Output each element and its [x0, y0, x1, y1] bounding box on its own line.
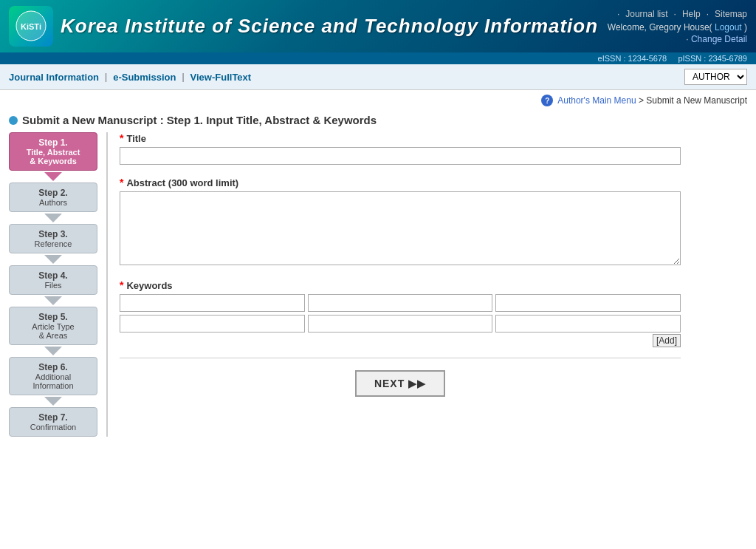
main-menu-link[interactable]: Author's Main Menu: [557, 95, 636, 106]
step-4-arrow: [44, 296, 62, 305]
keywords-label-text: Keywords: [126, 280, 172, 291]
journal-list-link[interactable]: Journal list: [625, 9, 667, 19]
step-6-item: Step 6. AdditionalInformation: [9, 357, 97, 407]
step-7-item: Step 7. Confirmation: [9, 407, 97, 437]
bullet: ·: [617, 9, 619, 19]
step-3-arrow: [44, 255, 62, 264]
nav-sep-1: |: [105, 72, 107, 82]
nav-sep-2: |: [182, 72, 184, 82]
help-link[interactable]: Help: [682, 9, 701, 19]
title-required-star: *: [120, 132, 123, 144]
abstract-field-group: * Abstract (300 word limit): [120, 177, 747, 267]
step-6-num: Step 6.: [16, 362, 91, 372]
help-icon: ?: [541, 95, 553, 106]
nav-links: Journal Information | e-Submission | Vie…: [9, 72, 251, 83]
keyword-input-5[interactable]: [308, 315, 493, 333]
breadcrumb: ? Author's Main Menu > Submit a New Manu…: [0, 90, 756, 111]
step-3-label: Reference: [35, 239, 72, 248]
step-1-label: Title, Abstract& Keywords: [27, 148, 80, 166]
form-area: * Title * Abstract (300 word limit) * Ke…: [106, 132, 747, 437]
step-1-arrow: [44, 172, 62, 181]
view-fulltext-nav[interactable]: View-FullText: [190, 72, 252, 83]
change-detail-link[interactable]: Change Detail: [691, 34, 747, 44]
title-label-text: Title: [126, 133, 146, 144]
step-6-arrow: [44, 397, 62, 406]
step-4-box[interactable]: Step 4. Files: [9, 265, 97, 295]
journal-info-nav[interactable]: Journal Information: [9, 72, 99, 83]
step-5-item: Step 5. Article Type& Areas: [9, 307, 97, 357]
top-links: · Journal list · Help · Sitemap: [608, 9, 747, 19]
step-5-label: Article Type& Areas: [32, 322, 74, 340]
site-header: KiSTi Korea Institute of Science and Tec…: [0, 0, 756, 52]
logo-text: Korea Institute of Science and Technolog…: [61, 15, 598, 38]
step-3-box[interactable]: Step 3. Reference: [9, 224, 97, 253]
page-title: Submit a New Manuscript : Step 1. Input …: [22, 114, 377, 126]
title-dot: [9, 116, 18, 125]
next-button-area: NEXT ▶▶: [120, 370, 681, 397]
abstract-label: * Abstract (300 word limit): [120, 177, 747, 188]
step-4-item: Step 4. Files: [9, 265, 97, 307]
title-label: * Title: [120, 132, 747, 144]
author-select-area: AUTHOR: [684, 69, 747, 85]
breadcrumb-current: Submit a New Manuscript: [646, 95, 747, 106]
pissn: pISSN : 2345-6789: [678, 54, 747, 63]
step-4-num: Step 4.: [16, 270, 91, 281]
eissn: eISSN : 1234-5678: [598, 54, 667, 63]
step-2-label: Authors: [39, 198, 67, 207]
keywords-label: * Keywords: [120, 279, 747, 291]
step-3-num: Step 3.: [16, 229, 91, 239]
step-2-arrow: [44, 214, 62, 222]
esubmission-nav[interactable]: e-Submission: [113, 72, 176, 83]
next-button[interactable]: NEXT ▶▶: [355, 370, 445, 397]
sidebar: Step 1. Title, Abstract& Keywords Step 2…: [9, 132, 97, 437]
step-7-label: Confirmation: [30, 423, 76, 432]
keyword-input-4[interactable]: [120, 315, 305, 333]
bullet: ·: [674, 9, 676, 19]
step-3-item: Step 3. Reference: [9, 224, 97, 265]
step-1-item: Step 1. Title, Abstract& Keywords: [9, 132, 97, 183]
welcome-line: Welcome, Gregory House( Logout ): [608, 22, 747, 33]
issn-bar: eISSN : 1234-5678 pISSN : 2345-6789: [0, 52, 756, 64]
step-5-arrow: [44, 347, 62, 355]
welcome-text: Welcome, Gregory House(: [608, 22, 712, 33]
add-keywords-link[interactable]: [Add]: [653, 334, 681, 347]
keyword-input-3[interactable]: [495, 294, 681, 312]
sitemap-link[interactable]: Sitemap: [715, 9, 747, 19]
main-layout: Step 1. Title, Abstract& Keywords Step 2…: [0, 132, 756, 451]
page-title-bar: Submit a New Manuscript : Step 1. Input …: [0, 111, 756, 132]
step-7-box[interactable]: Step 7. Confirmation: [9, 407, 97, 437]
step-2-item: Step 2. Authors: [9, 183, 97, 224]
logo-area: KiSTi Korea Institute of Science and Tec…: [9, 6, 598, 47]
nav-bar: Journal Information | e-Submission | Vie…: [0, 64, 756, 90]
breadcrumb-separator: >: [636, 95, 647, 106]
keyword-input-1[interactable]: [120, 294, 305, 312]
keywords-field-group: * Keywords [Add]: [120, 279, 747, 346]
step-2-box[interactable]: Step 2. Authors: [9, 183, 97, 212]
bullet: ·: [707, 9, 709, 19]
keywords-required-star: *: [120, 279, 123, 291]
step-1-box[interactable]: Step 1. Title, Abstract& Keywords: [9, 132, 97, 171]
logout-link[interactable]: Logout: [715, 22, 742, 33]
abstract-label-text: Abstract (300 word limit): [126, 177, 238, 188]
svg-text:KiSTi: KiSTi: [21, 22, 41, 31]
keyword-input-6[interactable]: [495, 315, 681, 333]
role-select[interactable]: AUTHOR: [684, 69, 747, 85]
step-5-num: Step 5.: [16, 312, 91, 322]
step-2-num: Step 2.: [16, 188, 91, 198]
step-6-box[interactable]: Step 6. AdditionalInformation: [9, 357, 97, 395]
title-field-group: * Title: [120, 132, 747, 165]
keywords-grid: [120, 294, 681, 333]
header-right: · Journal list · Help · Sitemap Welcome,…: [608, 9, 747, 44]
abstract-required-star: *: [120, 177, 123, 188]
logo-icon: KiSTi: [9, 6, 53, 47]
step-5-box[interactable]: Step 5. Article Type& Areas: [9, 307, 97, 345]
step-1-num: Step 1.: [16, 137, 91, 148]
form-divider: [120, 358, 681, 358]
title-input[interactable]: [120, 147, 681, 165]
abstract-input[interactable]: [120, 191, 681, 265]
step-4-label: Files: [44, 281, 61, 290]
add-link-area: [Add]: [120, 335, 681, 346]
step-6-label: AdditionalInformation: [32, 372, 73, 390]
step-7-num: Step 7.: [16, 412, 91, 423]
keyword-input-2[interactable]: [308, 294, 493, 312]
